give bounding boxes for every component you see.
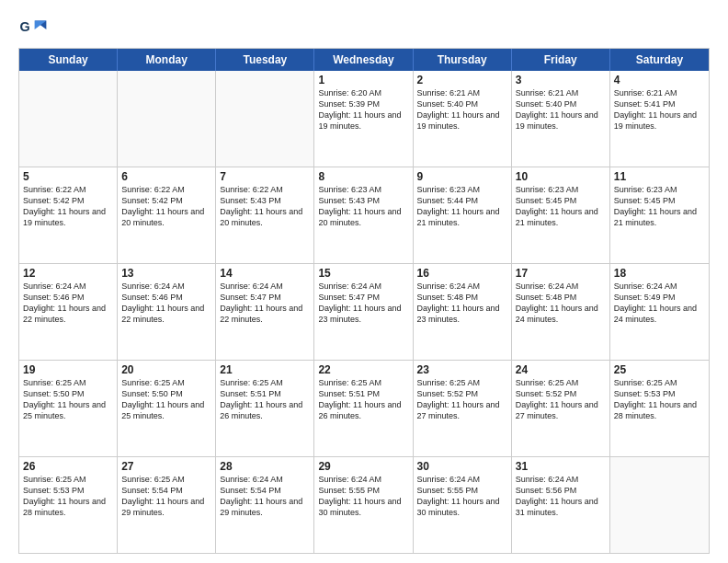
calendar-cell: 7Sunrise: 6:22 AM Sunset: 5:43 PM Daylig…	[216, 167, 314, 263]
day-detail: Sunrise: 6:25 AM Sunset: 5:50 PM Dayligh…	[23, 377, 113, 422]
calendar-cell: 22Sunrise: 6:25 AM Sunset: 5:51 PM Dayli…	[314, 361, 413, 456]
calendar-cell: 14Sunrise: 6:24 AM Sunset: 5:47 PM Dayli…	[216, 264, 314, 360]
calendar-cell: 5Sunrise: 6:22 AM Sunset: 5:42 PM Daylig…	[19, 167, 118, 263]
calendar-cell: 25Sunrise: 6:25 AM Sunset: 5:53 PM Dayli…	[610, 361, 709, 456]
calendar-cell: 2Sunrise: 6:21 AM Sunset: 5:40 PM Daylig…	[414, 71, 512, 167]
day-detail: Sunrise: 6:22 AM Sunset: 5:42 PM Dayligh…	[23, 184, 113, 229]
day-detail: Sunrise: 6:22 AM Sunset: 5:43 PM Dayligh…	[220, 184, 310, 229]
day-detail: Sunrise: 6:25 AM Sunset: 5:53 PM Dayligh…	[23, 474, 113, 519]
calendar-cell: 28Sunrise: 6:24 AM Sunset: 5:54 PM Dayli…	[216, 457, 314, 553]
day-number: 18	[614, 267, 705, 280]
day-number: 25	[614, 363, 705, 376]
day-number: 6	[121, 170, 211, 183]
weekday-header-tuesday: Tuesday	[216, 49, 314, 71]
day-detail: Sunrise: 6:25 AM Sunset: 5:51 PM Dayligh…	[318, 377, 408, 422]
calendar-cell: 8Sunrise: 6:23 AM Sunset: 5:43 PM Daylig…	[314, 167, 413, 263]
calendar-row-1: 1Sunrise: 6:20 AM Sunset: 5:39 PM Daylig…	[19, 71, 709, 167]
calendar-cell	[216, 71, 314, 167]
day-number: 24	[516, 363, 606, 376]
day-number: 10	[516, 170, 606, 183]
calendar-cell: 26Sunrise: 6:25 AM Sunset: 5:53 PM Dayli…	[19, 457, 118, 553]
day-detail: Sunrise: 6:24 AM Sunset: 5:46 PM Dayligh…	[23, 281, 113, 326]
day-detail: Sunrise: 6:25 AM Sunset: 5:52 PM Dayligh…	[417, 377, 507, 422]
day-number: 1	[318, 74, 408, 86]
day-number: 23	[417, 363, 507, 376]
header: G	[18, 15, 710, 40]
day-number: 3	[516, 74, 606, 86]
calendar-cell: 21Sunrise: 6:25 AM Sunset: 5:51 PM Dayli…	[216, 361, 314, 456]
day-number: 19	[23, 363, 113, 376]
day-detail: Sunrise: 6:23 AM Sunset: 5:43 PM Dayligh…	[318, 184, 408, 229]
svg-text:G: G	[20, 19, 30, 34]
day-number: 21	[220, 363, 310, 376]
day-number: 5	[23, 170, 113, 183]
day-number: 30	[417, 460, 507, 473]
day-detail: Sunrise: 6:23 AM Sunset: 5:44 PM Dayligh…	[417, 184, 507, 229]
calendar-cell: 16Sunrise: 6:24 AM Sunset: 5:48 PM Dayli…	[414, 264, 512, 360]
calendar-cell: 24Sunrise: 6:25 AM Sunset: 5:52 PM Dayli…	[512, 361, 610, 456]
weekday-header-wednesday: Wednesday	[314, 49, 413, 71]
calendar-cell: 12Sunrise: 6:24 AM Sunset: 5:46 PM Dayli…	[19, 264, 118, 360]
calendar-cell	[19, 71, 118, 167]
day-number: 17	[516, 267, 606, 280]
page: G SundayMondayTuesdayWednesdayThursdayFr…	[0, 0, 728, 563]
day-detail: Sunrise: 6:24 AM Sunset: 5:55 PM Dayligh…	[318, 474, 408, 519]
weekday-header-sunday: Sunday	[19, 49, 118, 71]
calendar-cell: 6Sunrise: 6:22 AM Sunset: 5:42 PM Daylig…	[118, 167, 216, 263]
calendar-cell: 19Sunrise: 6:25 AM Sunset: 5:50 PM Dayli…	[19, 361, 118, 456]
day-number: 15	[318, 267, 408, 280]
calendar-row-3: 12Sunrise: 6:24 AM Sunset: 5:46 PM Dayli…	[19, 263, 709, 360]
day-number: 8	[318, 170, 408, 183]
calendar-cell: 27Sunrise: 6:25 AM Sunset: 5:54 PM Dayli…	[118, 457, 216, 553]
day-number: 7	[220, 170, 310, 183]
calendar-cell: 30Sunrise: 6:24 AM Sunset: 5:55 PM Dayli…	[414, 457, 512, 553]
calendar-cell	[610, 457, 709, 553]
calendar-cell: 18Sunrise: 6:24 AM Sunset: 5:49 PM Dayli…	[610, 264, 709, 360]
day-detail: Sunrise: 6:23 AM Sunset: 5:45 PM Dayligh…	[614, 184, 705, 229]
weekday-header-friday: Friday	[512, 49, 610, 71]
logo-icon: G	[18, 15, 48, 40]
calendar: SundayMondayTuesdayWednesdayThursdayFrid…	[18, 48, 710, 554]
calendar-row-2: 5Sunrise: 6:22 AM Sunset: 5:42 PM Daylig…	[19, 167, 709, 263]
day-detail: Sunrise: 6:25 AM Sunset: 5:52 PM Dayligh…	[516, 377, 606, 422]
day-number: 2	[417, 74, 507, 86]
day-detail: Sunrise: 6:25 AM Sunset: 5:54 PM Dayligh…	[121, 474, 211, 519]
day-number: 13	[121, 267, 211, 280]
weekday-header-thursday: Thursday	[414, 49, 512, 71]
day-detail: Sunrise: 6:25 AM Sunset: 5:50 PM Dayligh…	[121, 377, 211, 422]
weekday-header-saturday: Saturday	[610, 49, 709, 71]
calendar-cell: 13Sunrise: 6:24 AM Sunset: 5:46 PM Dayli…	[118, 264, 216, 360]
day-number: 14	[220, 267, 310, 280]
day-detail: Sunrise: 6:24 AM Sunset: 5:47 PM Dayligh…	[220, 281, 310, 326]
day-detail: Sunrise: 6:24 AM Sunset: 5:47 PM Dayligh…	[318, 281, 408, 326]
calendar-header: SundayMondayTuesdayWednesdayThursdayFrid…	[19, 49, 709, 71]
calendar-cell: 11Sunrise: 6:23 AM Sunset: 5:45 PM Dayli…	[610, 167, 709, 263]
day-number: 28	[220, 460, 310, 473]
day-number: 9	[417, 170, 507, 183]
logo: G	[18, 15, 51, 40]
calendar-cell: 10Sunrise: 6:23 AM Sunset: 5:45 PM Dayli…	[512, 167, 610, 263]
calendar-row-5: 26Sunrise: 6:25 AM Sunset: 5:53 PM Dayli…	[19, 456, 709, 553]
day-detail: Sunrise: 6:21 AM Sunset: 5:40 PM Dayligh…	[516, 87, 606, 132]
day-detail: Sunrise: 6:24 AM Sunset: 5:46 PM Dayligh…	[121, 281, 211, 326]
day-number: 20	[121, 363, 211, 376]
day-detail: Sunrise: 6:24 AM Sunset: 5:55 PM Dayligh…	[417, 474, 507, 519]
day-detail: Sunrise: 6:20 AM Sunset: 5:39 PM Dayligh…	[318, 87, 408, 132]
day-detail: Sunrise: 6:24 AM Sunset: 5:54 PM Dayligh…	[220, 474, 310, 519]
day-number: 11	[614, 170, 705, 183]
calendar-cell: 23Sunrise: 6:25 AM Sunset: 5:52 PM Dayli…	[414, 361, 512, 456]
weekday-header-monday: Monday	[118, 49, 216, 71]
day-number: 12	[23, 267, 113, 280]
calendar-cell: 1Sunrise: 6:20 AM Sunset: 5:39 PM Daylig…	[314, 71, 413, 167]
calendar-cell	[118, 71, 216, 167]
calendar-cell: 17Sunrise: 6:24 AM Sunset: 5:48 PM Dayli…	[512, 264, 610, 360]
day-number: 22	[318, 363, 408, 376]
day-number: 27	[121, 460, 211, 473]
calendar-cell: 20Sunrise: 6:25 AM Sunset: 5:50 PM Dayli…	[118, 361, 216, 456]
calendar-cell: 15Sunrise: 6:24 AM Sunset: 5:47 PM Dayli…	[314, 264, 413, 360]
day-number: 31	[516, 460, 606, 473]
day-detail: Sunrise: 6:21 AM Sunset: 5:40 PM Dayligh…	[417, 87, 507, 132]
day-number: 29	[318, 460, 408, 473]
day-detail: Sunrise: 6:24 AM Sunset: 5:48 PM Dayligh…	[516, 281, 606, 326]
day-number: 4	[614, 74, 705, 86]
